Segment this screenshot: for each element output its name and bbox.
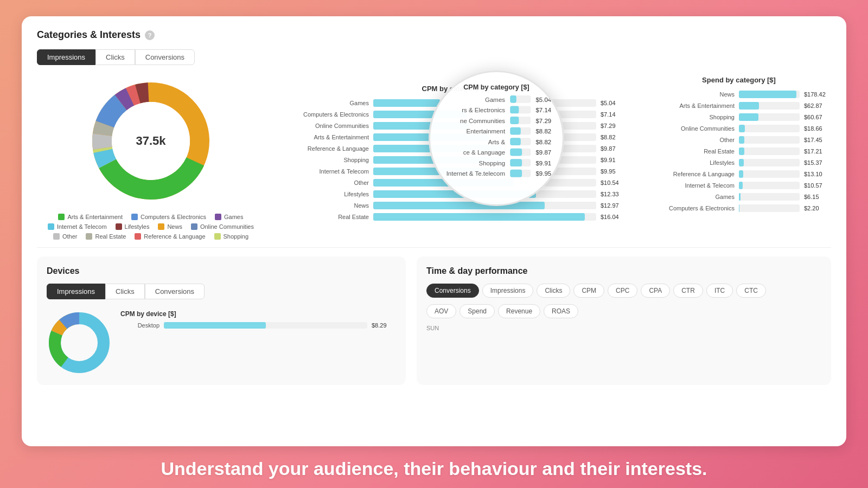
- magnify-overlay: CPM by category [$] Games $5.04 rs & Ele…: [429, 70, 564, 206]
- time-tab-clicks[interactable]: Clicks: [537, 284, 570, 298]
- mag-bar-games: Games $5.04: [429, 95, 564, 103]
- donut-legend: Arts & Entertainment Computers & Electro…: [37, 214, 265, 240]
- devices-panel: Devices Impressions Clicks Conversions: [37, 256, 406, 385]
- mag-bar-computers: rs & Electronics $7.14: [429, 106, 564, 114]
- spend-row-comp-elec: Computers & Electronics $2.20: [647, 204, 831, 212]
- tab-clicks[interactable]: Clicks: [95, 49, 135, 65]
- section-title-categories: Categories & Interests: [37, 29, 141, 41]
- mag-bar-reference: ce & Language $9.87: [429, 149, 564, 156]
- mag-bar-shopping: Shopping $9.91: [429, 159, 564, 166]
- spend-row-reference: Reference & Language $13.10: [647, 170, 831, 178]
- legend-computers: Computers & Electronics: [131, 214, 206, 220]
- legend-other: Other: [53, 233, 78, 240]
- spend-row-lifestyles: Lifestyles $15.37: [647, 159, 831, 166]
- time-tab-conversions[interactable]: Conversions: [426, 284, 479, 298]
- categories-section: Categories & Interests ? Impressions Cli…: [37, 29, 831, 240]
- mag-bar-internet: Internet & Te.telecom $9.95: [429, 170, 564, 177]
- time-tab-group-row1: Conversions Impressions Clicks CPM CPC C…: [426, 284, 821, 298]
- devices-title: Devices: [47, 266, 396, 276]
- spend-row-communities: Online Communities $18.66: [647, 125, 831, 132]
- time-tab-spend[interactable]: Spend: [459, 304, 495, 318]
- time-tab-cpa[interactable]: CPA: [641, 284, 670, 298]
- mag-bar-communities: ne Communities $7.29: [429, 117, 564, 124]
- device-bar-desktop: Desktop $8.29: [120, 322, 396, 329]
- time-tab-roas[interactable]: ROAS: [544, 304, 578, 318]
- legend-lifestyles: Lifestyles: [116, 223, 150, 230]
- device-desktop-value: $8.29: [372, 322, 396, 329]
- spend-row-arts: Arts & Entertainment $62.87: [647, 102, 831, 110]
- spend-row-other: Other $17.45: [647, 136, 831, 144]
- legend-news: News: [158, 223, 182, 230]
- tab-impressions[interactable]: Impressions: [37, 49, 95, 65]
- bottom-section: Devices Impressions Clicks Conversions: [37, 256, 831, 385]
- legend-realestate: Real Estate: [86, 233, 126, 240]
- legend-arts: Arts & Entertainment: [58, 214, 123, 220]
- time-tab-aov[interactable]: AOV: [426, 304, 456, 318]
- time-tab-cpm[interactable]: CPM: [573, 284, 604, 298]
- categories-tab-group: Impressions Clicks Conversions: [37, 49, 831, 65]
- devices-donut: [47, 310, 112, 375]
- legend-games: Games: [215, 214, 243, 220]
- donut-chart: 37.5k: [86, 76, 216, 206]
- time-panel: Time & day performance Conversions Impre…: [417, 256, 831, 385]
- time-tab-itc[interactable]: ITC: [706, 284, 733, 298]
- time-tab-cpc[interactable]: CPC: [608, 284, 637, 298]
- magnify-title: CPM by category [$]: [429, 83, 564, 91]
- spend-row-internet: Internet & Telecom $10.57: [647, 182, 831, 189]
- devices-tab-impressions[interactable]: Impressions: [47, 284, 105, 299]
- bar-row-news: News $12.97: [286, 202, 625, 209]
- donut-panel: 37.5k Arts & Entertainment Computers & E…: [37, 76, 265, 240]
- device-cpm-title: CPM by device [$]: [120, 310, 396, 318]
- day-label: SUN: [426, 325, 821, 331]
- devices-tab-group: Impressions Clicks Conversions: [47, 284, 396, 299]
- time-tab-revenue[interactable]: Revenue: [498, 304, 540, 318]
- tagline: Understand your audience, their behaviou…: [161, 446, 707, 488]
- spend-panel: Spend by category [$] News $178.42 Arts …: [647, 76, 831, 240]
- help-icon[interactable]: ?: [145, 30, 155, 40]
- legend-internet: Internet & Telecom: [48, 223, 107, 230]
- spend-chart-title: Spend by category [$]: [647, 76, 831, 84]
- bar-row-realestate: Real Estate $16.04: [286, 213, 625, 221]
- devices-content: CPM by device [$] Desktop $8.29: [47, 310, 396, 375]
- devices-tab-clicks[interactable]: Clicks: [105, 284, 145, 299]
- spend-row-games: Games $6.15: [647, 193, 831, 201]
- spend-row-news: News $178.42: [647, 91, 831, 98]
- legend-shopping: Shopping: [214, 233, 249, 240]
- mag-bar-arts: Arts & $8.82: [429, 138, 564, 145]
- spend-row-realestate: Real Estate $17.21: [647, 147, 831, 155]
- legend-reference: Reference & Language: [135, 233, 205, 240]
- spend-row-shopping: Shopping $60.67: [647, 113, 831, 121]
- donut-center-value: 37.5k: [136, 134, 165, 148]
- tab-conversions[interactable]: Conversions: [135, 49, 195, 65]
- time-tab-group-row2: AOV Spend Revenue ROAS: [426, 304, 821, 318]
- devices-tab-conversions[interactable]: Conversions: [145, 284, 205, 299]
- time-tab-ctr[interactable]: CTR: [673, 284, 703, 298]
- time-tab-ctc[interactable]: CTC: [736, 284, 766, 298]
- time-tab-impressions[interactable]: Impressions: [482, 284, 534, 298]
- time-title: Time & day performance: [426, 266, 821, 276]
- cpm-panel: CPM by category [$] Games $5.04 Computer…: [276, 76, 636, 240]
- device-cpm-chart: CPM by device [$] Desktop $8.29: [120, 310, 396, 375]
- mag-bar-entertain: Entertainment $8.82: [429, 127, 564, 135]
- legend-communities: Online Communities: [191, 223, 254, 230]
